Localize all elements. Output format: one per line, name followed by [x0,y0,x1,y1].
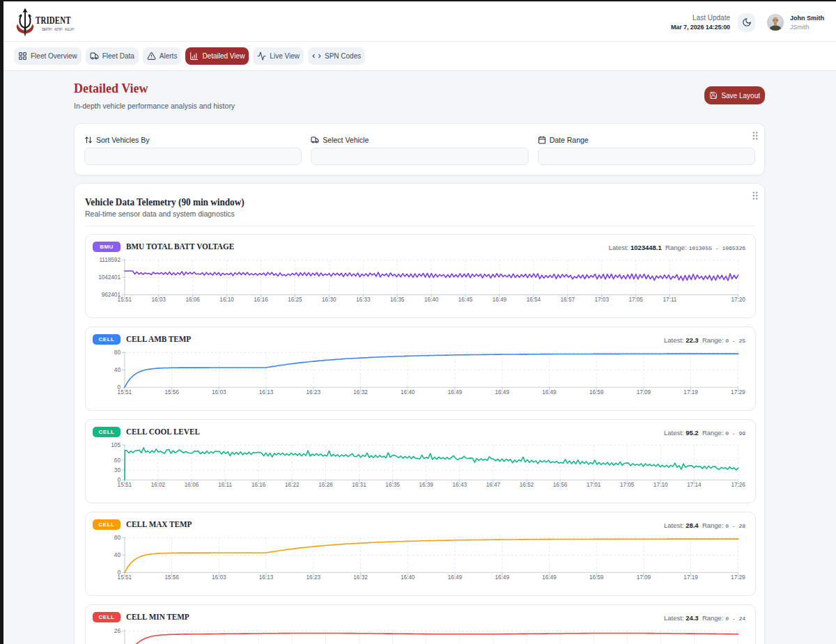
svg-text:16:06: 16:06 [185,297,200,303]
svg-text:15:56: 15:56 [164,389,179,395]
svg-text:16:49: 16:49 [542,389,557,395]
svg-text:17:26: 17:26 [731,482,745,488]
svg-text:16:49: 16:49 [495,574,510,581]
svg-text:16:49: 16:49 [542,574,557,581]
svg-text:30: 30 [114,467,121,473]
svg-text:16:28: 16:28 [318,482,333,488]
svg-text:16:43: 16:43 [453,482,467,488]
svg-text:16:40: 16:40 [424,297,439,303]
svg-text:16:40: 16:40 [401,389,415,395]
svg-text:1118592: 1118592 [99,257,121,263]
svg-text:17:03: 17:03 [595,297,610,303]
svg-text:16:16: 16:16 [251,482,266,488]
svg-text:16:49: 16:49 [448,389,463,395]
svg-text:1042401: 1042401 [98,274,121,281]
svg-text:17:19: 17:19 [683,389,698,395]
svg-text:105: 105 [111,442,121,448]
svg-text:16:13: 16:13 [259,389,274,395]
svg-text:16:30: 16:30 [322,297,336,303]
svg-text:15:51: 15:51 [118,297,132,303]
svg-text:16:40: 16:40 [401,574,415,581]
svg-text:16:22: 16:22 [285,482,300,488]
svg-text:16:49: 16:49 [495,389,510,395]
svg-text:16:32: 16:32 [353,389,368,395]
svg-text:60: 60 [114,457,121,464]
svg-text:16:06: 16:06 [185,482,199,488]
svg-text:17:10: 17:10 [653,482,668,488]
svg-text:15:51: 15:51 [118,574,132,581]
svg-text:17:14: 17:14 [687,482,702,488]
svg-text:16:54: 16:54 [527,297,541,303]
svg-text:17:05: 17:05 [620,482,635,488]
svg-text:15:56: 15:56 [164,574,179,581]
svg-text:17:11: 17:11 [663,297,677,303]
svg-text:17:05: 17:05 [628,297,643,303]
svg-text:17:09: 17:09 [637,389,651,395]
svg-text:80: 80 [114,350,121,356]
svg-text:17:29: 17:29 [731,574,745,581]
svg-text:17:19: 17:19 [683,574,698,581]
svg-text:16:11: 16:11 [218,482,232,488]
svg-text:16:33: 16:33 [356,297,371,303]
svg-text:16:23: 16:23 [307,574,321,581]
svg-text:40: 40 [114,552,121,558]
svg-text:16:49: 16:49 [448,574,463,581]
svg-text:16:35: 16:35 [385,482,400,488]
svg-text:16:49: 16:49 [493,297,507,303]
svg-text:16:16: 16:16 [254,297,268,303]
svg-text:17:09: 17:09 [637,574,651,581]
svg-text:16:13: 16:13 [259,574,274,581]
svg-text:17:20: 17:20 [731,297,745,303]
svg-text:16:03: 16:03 [152,297,167,303]
svg-text:16:59: 16:59 [589,574,604,581]
svg-text:80: 80 [114,535,121,541]
svg-text:16:31: 16:31 [352,482,366,488]
svg-text:16:56: 16:56 [553,482,568,488]
svg-text:16:03: 16:03 [212,574,226,581]
svg-text:16:35: 16:35 [390,297,405,303]
svg-text:16:23: 16:23 [307,389,321,395]
svg-text:16:02: 16:02 [151,482,166,488]
svg-text:16:57: 16:57 [561,297,575,303]
svg-text:15:51: 15:51 [118,482,132,488]
svg-text:16:03: 16:03 [212,389,226,395]
svg-text:16:10: 16:10 [219,297,234,303]
svg-text:16:25: 16:25 [288,297,302,303]
svg-text:17:29: 17:29 [731,389,745,395]
svg-text:16:39: 16:39 [419,482,433,488]
svg-text:16:52: 16:52 [520,482,534,488]
svg-text:16:45: 16:45 [458,297,473,303]
svg-text:16:47: 16:47 [486,482,501,488]
svg-text:26: 26 [114,628,121,634]
svg-text:40: 40 [114,367,121,373]
svg-text:15:51: 15:51 [118,389,132,395]
svg-text:16:59: 16:59 [589,389,604,395]
svg-text:17:01: 17:01 [587,482,601,488]
svg-text:16:32: 16:32 [353,574,368,581]
